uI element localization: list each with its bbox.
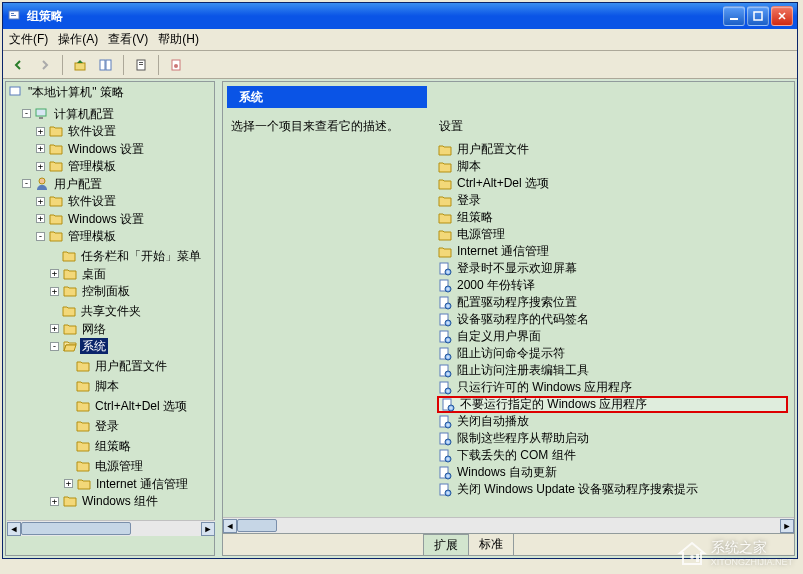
settings-folder-item[interactable]: 登录 (437, 192, 788, 209)
tree-item[interactable]: 脚本 (64, 378, 121, 394)
expand-icon[interactable]: + (36, 197, 45, 206)
settings-policy-item[interactable]: 登录时不显示欢迎屏幕 (437, 260, 788, 277)
settings-policy-item[interactable]: 只运行许可的 Windows 应用程序 (437, 379, 788, 396)
folder-icon (437, 193, 453, 209)
minimize-button[interactable] (723, 6, 745, 26)
settings-policy-item[interactable]: 阻止访问注册表编辑工具 (437, 362, 788, 379)
back-button[interactable] (7, 54, 31, 76)
settings-item-label: 用户配置文件 (457, 141, 529, 158)
refresh-button[interactable] (164, 54, 188, 76)
app-window: 组策略 文件(F) 操作(A) 查看(V) 帮助(H) (2, 2, 798, 559)
expand-icon[interactable]: + (64, 479, 73, 488)
settings-folder-item[interactable]: 组策略 (437, 209, 788, 226)
expand-icon[interactable]: + (36, 144, 45, 153)
svg-rect-4 (754, 12, 762, 20)
settings-folder-item[interactable]: 用户配置文件 (437, 141, 788, 158)
scroll-thumb[interactable] (237, 519, 277, 532)
menu-help[interactable]: 帮助(H) (158, 31, 199, 48)
scroll-left-button[interactable]: ◄ (7, 522, 21, 536)
expand-icon[interactable]: + (50, 497, 59, 506)
tree-item[interactable]: +软件设置 (36, 123, 118, 139)
settings-folder-item[interactable]: 脚本 (437, 158, 788, 175)
tree-item[interactable]: +软件设置 (36, 193, 118, 209)
settings-policy-item[interactable]: 设备驱动程序的代码签名 (437, 311, 788, 328)
scroll-right-button[interactable]: ► (201, 522, 215, 536)
tree-item[interactable]: 用户配置文件 (64, 358, 169, 374)
close-button[interactable] (771, 6, 793, 26)
collapse-icon[interactable]: - (22, 109, 31, 118)
expand-icon[interactable]: + (36, 162, 45, 171)
tab-standard[interactable]: 标准 (468, 533, 514, 555)
scroll-thumb[interactable] (21, 522, 131, 535)
menu-file[interactable]: 文件(F) (9, 31, 48, 48)
tree-computer-config[interactable]: - 计算机配置 (22, 106, 116, 122)
tab-extended[interactable]: 扩展 (423, 534, 469, 556)
show-hide-tree-button[interactable] (94, 54, 118, 76)
scroll-left-button[interactable]: ◄ (223, 519, 237, 533)
tree-pane[interactable]: "本地计算机" 策略 - 计算机配置 +软件设置 (5, 81, 215, 556)
tree-item[interactable]: +Windows 组件 (50, 493, 160, 509)
settings-policy-item[interactable]: 关闭自动播放 (437, 413, 788, 430)
tree-user-config[interactable]: - 用户配置 (22, 176, 104, 192)
tree-horizontal-scrollbar[interactable]: ◄ ► (7, 520, 215, 536)
expand-icon[interactable]: + (36, 214, 45, 223)
settings-folder-item[interactable]: Internet 通信管理 (437, 243, 788, 260)
folder-icon (48, 158, 64, 174)
settings-list[interactable]: 用户配置文件脚本Ctrl+Alt+Del 选项登录组策略电源管理Internet… (431, 141, 794, 517)
title-bar[interactable]: 组策略 (3, 3, 797, 29)
folder-icon (62, 321, 78, 337)
separator (123, 55, 124, 75)
collapse-icon[interactable]: - (50, 342, 59, 351)
collapse-icon[interactable]: - (36, 232, 45, 241)
scroll-right-button[interactable]: ► (780, 519, 794, 533)
settings-policy-item[interactable]: 阻止访问命令提示符 (437, 345, 788, 362)
tree-item[interactable]: 组策略 (64, 438, 133, 454)
folder-icon (48, 211, 64, 227)
tree-root[interactable]: "本地计算机" 策略 (8, 84, 126, 100)
tree-system-selected[interactable]: -系统 (50, 338, 108, 354)
settings-policy-item[interactable]: 配置驱动程序搜索位置 (437, 294, 788, 311)
tree-item[interactable]: +Windows 设置 (36, 141, 146, 157)
properties-button[interactable] (129, 54, 153, 76)
settings-policy-item[interactable]: 不要运行指定的 Windows 应用程序 (437, 396, 788, 413)
policy-setting-icon (437, 346, 453, 362)
settings-policy-item[interactable]: 关闭 Windows Update 设备驱动程序搜索提示 (437, 481, 788, 498)
settings-policy-item[interactable]: 限制这些程序从帮助启动 (437, 430, 788, 447)
tree-item[interactable]: +Internet 通信管理 (64, 476, 190, 492)
tree-item[interactable]: 登录 (64, 418, 121, 434)
expand-icon[interactable]: + (36, 127, 45, 136)
expand-icon[interactable]: + (50, 269, 59, 278)
collapse-icon[interactable]: - (22, 179, 31, 188)
policy-icon (8, 84, 24, 100)
horizontal-scrollbar[interactable]: ◄ ► (223, 517, 794, 533)
svg-rect-3 (730, 18, 738, 20)
splitter[interactable] (217, 79, 220, 558)
description-text: 选择一个项目来查看它的描述。 (231, 118, 431, 135)
settings-folder-item[interactable]: 电源管理 (437, 226, 788, 243)
settings-policy-item[interactable]: 2000 年份转译 (437, 277, 788, 294)
menu-action[interactable]: 操作(A) (58, 31, 98, 48)
tree-item[interactable]: +控制面板 (50, 283, 132, 299)
tree-item[interactable]: 任务栏和「开始」菜单 (50, 248, 203, 264)
tree-admin-templates[interactable]: -管理模板 (36, 228, 118, 244)
tree-item[interactable]: 电源管理 (64, 458, 145, 474)
tree-item[interactable]: +网络 (50, 321, 108, 337)
forward-button[interactable] (33, 54, 57, 76)
settings-folder-item[interactable]: Ctrl+Alt+Del 选项 (437, 175, 788, 192)
folder-open-icon (48, 228, 64, 244)
tree-item[interactable]: +管理模板 (36, 158, 118, 174)
menu-view[interactable]: 查看(V) (108, 31, 148, 48)
expand-icon[interactable]: + (50, 324, 59, 333)
settings-policy-item[interactable]: 自定义用户界面 (437, 328, 788, 345)
tree-item[interactable]: Ctrl+Alt+Del 选项 (64, 398, 189, 414)
up-button[interactable] (68, 54, 92, 76)
expand-icon[interactable]: + (50, 287, 59, 296)
tree-item[interactable]: +Windows 设置 (36, 211, 146, 227)
settings-policy-item[interactable]: 下载丢失的 COM 组件 (437, 447, 788, 464)
maximize-button[interactable] (747, 6, 769, 26)
policy-setting-icon (437, 295, 453, 311)
settings-policy-item[interactable]: Windows 自动更新 (437, 464, 788, 481)
settings-column-header[interactable]: 设置 (439, 118, 463, 135)
tree-item[interactable]: 共享文件夹 (50, 303, 143, 319)
tree-item[interactable]: +桌面 (50, 266, 108, 282)
